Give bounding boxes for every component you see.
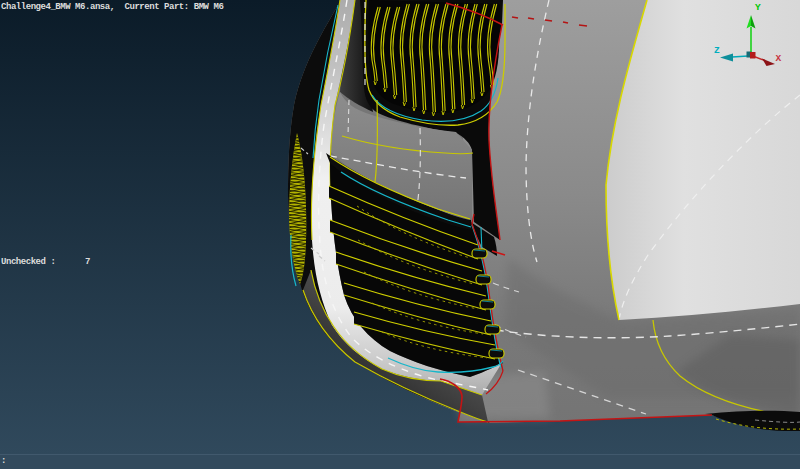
svg-text:Z: Z <box>714 45 720 56</box>
svg-text:Y: Y <box>755 2 761 13</box>
svg-text::: : <box>1 456 6 466</box>
svg-text:Unchecked : 7: Unchecked : 7 <box>1 257 90 267</box>
svg-text:Challenge4_BMW M6.ansa, Curre: Challenge4_BMW M6.ansa, Current Part: BM… <box>1 2 223 12</box>
svg-text:X: X <box>776 53 782 64</box>
